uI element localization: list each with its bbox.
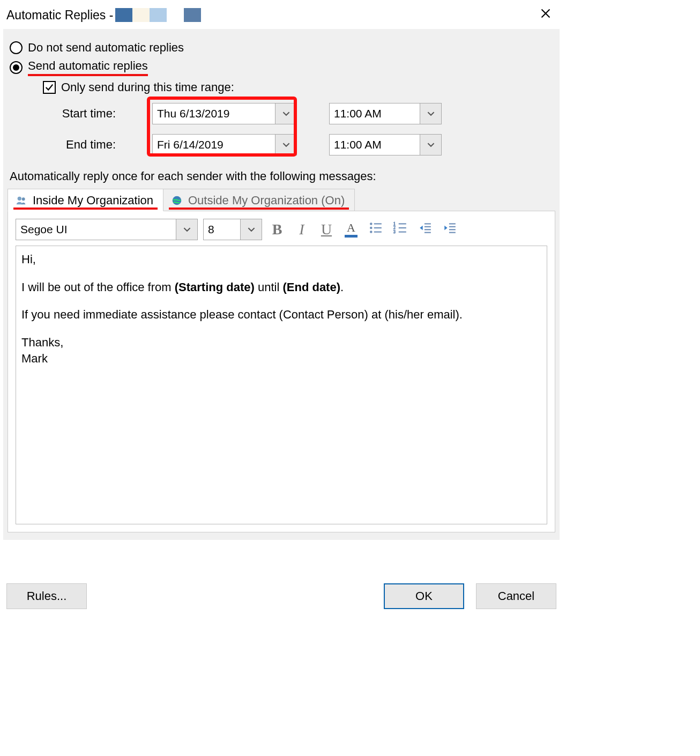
account-color-swatches [115,8,201,22]
bullet-list-icon [369,221,383,239]
checkbox-only-range[interactable]: Only send during this time range: [43,80,553,94]
font-size-value: 8 [204,219,240,240]
tab-outside-label: Outside My Organization (On) [188,194,345,207]
window-title: Automatic Replies - [6,8,113,23]
font-color-button[interactable]: A [341,220,361,239]
swatch-1 [115,8,132,22]
outdent-button[interactable] [415,220,435,239]
swatch-2 [132,8,150,22]
end-time-label: End time: [50,138,120,152]
tab-inside-org[interactable]: Inside My Organization [8,189,163,211]
outdent-icon [418,221,432,239]
msg-name: Mark [21,351,541,367]
time-range-grid: Start time: Thu 6/13/2019 11:00 AM End t… [50,103,555,155]
chevron-down-icon[interactable] [275,135,296,155]
ok-button[interactable]: OK [384,583,464,609]
start-time-value: 11:00 AM [330,103,420,124]
chevron-down-icon[interactable] [176,219,197,240]
rules-button[interactable]: Rules... [6,583,87,609]
close-button[interactable] [535,5,556,25]
font-family-value: Segoe UI [16,219,176,240]
chevron-down-icon[interactable] [240,219,262,240]
options-panel: Do not send automatic replies Send autom… [3,29,560,540]
end-time-picker[interactable]: 11:00 AM [329,134,442,155]
svg-point-7 [370,231,372,232]
start-date-value: Thu 6/13/2019 [153,103,275,124]
svg-point-5 [370,223,372,224]
checkbox-only-range-label: Only send during this time range: [61,80,234,94]
start-time-picker[interactable]: 11:00 AM [329,103,442,124]
svg-point-3 [22,197,25,201]
svg-point-2 [18,197,21,201]
tab-inside-label: Inside My Organization [33,194,153,207]
bullet-list-button[interactable] [366,220,385,239]
swatch-gap [167,8,184,22]
cancel-button[interactable]: Cancel [476,583,556,609]
end-date-picker[interactable]: Fri 6/14/2019 [152,134,297,155]
globe-icon [171,195,183,206]
dialog-footer: Rules... OK Cancel [6,583,556,609]
chevron-down-icon[interactable] [275,103,296,124]
number-list-button[interactable]: 123 [391,220,410,239]
chevron-down-icon[interactable] [420,135,441,155]
people-icon [16,195,27,206]
radio-do-not-send-label: Do not send automatic replies [28,41,184,55]
radio-icon [10,61,23,74]
message-editor[interactable]: Hi, I will be out of the office from (St… [16,246,547,524]
close-icon [540,8,551,22]
tab-outside-org[interactable]: Outside My Organization (On) [163,189,355,211]
audience-tabs: Inside My Organization Outside My Organi… [8,189,555,211]
end-time-value: 11:00 AM [330,135,420,155]
start-time-label: Start time: [50,107,120,121]
editor-panel: Segoe UI 8 B I U A [8,211,555,532]
indent-icon [443,221,457,239]
italic-button[interactable]: I [292,220,311,239]
radio-send-label: Send automatic replies [28,59,148,76]
font-family-combo[interactable]: Segoe UI [16,219,198,240]
checkbox-icon [43,81,56,94]
bold-button[interactable]: B [267,220,287,239]
reply-caption: Automatically reply once for each sender… [10,169,553,183]
titlebar: Automatic Replies - [0,0,563,26]
chevron-down-icon[interactable] [420,103,441,124]
end-date-value: Fri 6/14/2019 [153,135,275,155]
msg-line1: I will be out of the office from (Starti… [21,279,541,295]
swatch-3 [150,8,167,22]
svg-point-6 [370,227,372,228]
msg-thanks: Thanks, [21,335,541,351]
underline-button[interactable]: U [317,220,336,239]
radio-do-not-send[interactable]: Do not send automatic replies [10,41,553,55]
radio-icon [10,41,23,54]
start-date-picker[interactable]: Thu 6/13/2019 [152,103,297,124]
font-size-combo[interactable]: 8 [203,219,262,240]
swatch-4 [184,8,201,22]
number-list-icon: 123 [393,221,407,239]
indent-button[interactable] [440,220,459,239]
svg-text:3: 3 [393,229,396,234]
msg-greeting: Hi, [21,251,541,268]
editor-toolbar: Segoe UI 8 B I U A [16,219,547,240]
radio-send[interactable]: Send automatic replies [10,59,553,76]
msg-assist: If you need immediate assistance please … [21,307,541,323]
automatic-replies-dialog: Automatic Replies - Do not send automati… [0,0,563,617]
